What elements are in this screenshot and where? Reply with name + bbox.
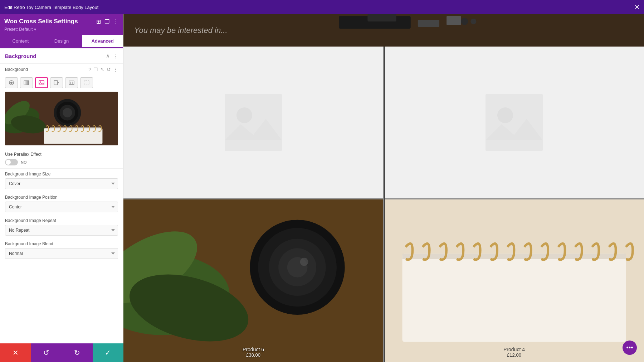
- svg-rect-20: [50, 127, 101, 129]
- tab-design[interactable]: Design: [41, 35, 82, 48]
- background-label: Background: [5, 67, 28, 72]
- product-placeholder-2: [384, 47, 644, 198]
- image-preview-inner: [5, 92, 118, 145]
- svg-rect-5: [54, 81, 58, 85]
- svg-rect-28: [225, 94, 282, 151]
- parallax-label: Use Parallax Effect: [5, 152, 118, 157]
- responsive-icon[interactable]: ❐: [104, 18, 109, 25]
- copy-icon[interactable]: ⊞: [96, 18, 101, 25]
- svg-rect-30: [486, 94, 543, 151]
- svg-rect-9: [72, 82, 73, 84]
- image-size-control: Background Image Size Cover Contain Auto: [0, 169, 123, 192]
- product-card-1: [123, 47, 383, 198]
- image-position-select[interactable]: Center Top Left Top Center Top Right Cen…: [5, 202, 118, 212]
- widget-title: Woo Cross Sells Settings: [4, 18, 78, 25]
- product-4-name: Product 4: [503, 347, 525, 352]
- svg-rect-19: [44, 128, 102, 144]
- image-repeat-label: Background Image Repeat: [5, 218, 118, 223]
- sidebar-content: Background ∧ ⋮ Background ? ☐ ↖ ↺ ⋮: [0, 48, 123, 362]
- svg-rect-43: [402, 254, 626, 342]
- toggle-label: NO: [21, 160, 27, 164]
- svg-point-41: [300, 257, 308, 266]
- background-control-icons: ? ☐ ↖ ↺ ⋮: [88, 67, 118, 72]
- more-icon[interactable]: ⋮: [113, 67, 118, 72]
- image-size-label: Background Image Size: [5, 172, 118, 177]
- svg-rect-3: [39, 81, 44, 85]
- floating-dots-button[interactable]: •••: [623, 341, 637, 355]
- parallax-control: Use Parallax Effect NO: [0, 149, 123, 168]
- bg-type-slideshow[interactable]: [65, 77, 78, 88]
- bottom-bar: ✕ ↺ ↻ ✓: [0, 343, 123, 362]
- product-card-2: [384, 47, 644, 198]
- image-position-control: Background Image Position Center Top Lef…: [0, 192, 123, 215]
- main-canvas: You may be interested in...: [123, 14, 644, 362]
- preset-selector[interactable]: Preset: Default ▾: [4, 27, 36, 32]
- bg-type-color[interactable]: [5, 77, 18, 88]
- title-bar: Edit Retro Toy Camera Template Body Layo…: [0, 0, 644, 14]
- section-title: Background: [5, 53, 36, 59]
- svg-rect-24: [418, 20, 439, 27]
- image-size-select[interactable]: Cover Contain Auto: [5, 178, 118, 189]
- save-button[interactable]: ✓: [93, 343, 123, 362]
- more-options-icon[interactable]: ⋮: [113, 18, 119, 25]
- tabs-bar: Content Design Advanced: [0, 35, 123, 48]
- canvas-header: You may be interested in...: [123, 14, 644, 47]
- image-blend-control: Background Image Blend Normal Multiply S…: [0, 238, 123, 262]
- svg-marker-6: [58, 82, 59, 84]
- svg-point-31: [497, 107, 513, 123]
- image-blend-label: Background Image Blend: [5, 241, 118, 246]
- image-position-label: Background Image Position: [5, 195, 118, 200]
- section-more-icon[interactable]: ⋮: [113, 53, 118, 59]
- redo-button[interactable]: ↻: [62, 343, 93, 362]
- svg-point-29: [236, 107, 252, 123]
- section-collapse-icon[interactable]: ∧: [106, 53, 110, 59]
- close-button[interactable]: ✕: [634, 4, 640, 10]
- parallax-toggle[interactable]: [5, 159, 18, 165]
- toggle-knob: [6, 160, 11, 165]
- image-repeat-select[interactable]: No Repeat Repeat Repeat X Repeat Y: [5, 225, 118, 236]
- widget-title-icons: ⊞ ❐ ⋮: [96, 18, 119, 25]
- cancel-button[interactable]: ✕: [0, 343, 31, 362]
- svg-point-18: [63, 108, 72, 117]
- product-card-4: Product 4 £12.00: [384, 199, 644, 362]
- bg-type-image[interactable]: [35, 77, 48, 88]
- background-section-header: Background ∧ ⋮: [0, 48, 123, 64]
- reset-icon[interactable]: ↺: [107, 67, 111, 72]
- canvas-divider: [384, 47, 385, 362]
- pointer-icon[interactable]: ↖: [100, 67, 104, 72]
- sidebar: Woo Cross Sells Settings ⊞ ❐ ⋮ Preset: D…: [0, 14, 123, 362]
- background-type-row: [0, 75, 123, 92]
- section-header-icons: ∧ ⋮: [106, 53, 118, 59]
- product-4-price: £12.00: [507, 352, 521, 358]
- svg-point-27: [470, 19, 476, 24]
- image-preview[interactable]: [5, 92, 118, 145]
- svg-point-1: [10, 82, 13, 84]
- widget-header: Woo Cross Sells Settings ⊞ ❐ ⋮ Preset: D…: [0, 14, 123, 35]
- svg-rect-23: [367, 14, 396, 21]
- canvas-header-text: You may be interested in...: [123, 26, 228, 35]
- device-icon[interactable]: ☐: [93, 67, 98, 72]
- undo-button[interactable]: ↺: [31, 343, 62, 362]
- svg-rect-8: [70, 82, 71, 84]
- tab-content[interactable]: Content: [0, 35, 41, 48]
- product-3-name: Product 6: [243, 347, 264, 352]
- help-icon[interactable]: ?: [88, 67, 91, 72]
- product-3-price: £38.00: [246, 352, 260, 358]
- svg-point-26: [461, 18, 468, 25]
- image-blend-select[interactable]: Normal Multiply Screen Overlay Darken Li…: [5, 248, 118, 259]
- svg-rect-10: [84, 81, 89, 85]
- product-card-3: Product 6 £38.00: [123, 199, 383, 362]
- bg-type-hover[interactable]: [80, 77, 93, 88]
- svg-rect-25: [447, 16, 461, 25]
- bg-type-gradient[interactable]: [20, 77, 33, 88]
- tab-advanced[interactable]: Advanced: [82, 35, 123, 48]
- image-repeat-control: Background Image Repeat No Repeat Repeat…: [0, 215, 123, 238]
- background-control-row: Background ? ☐ ↖ ↺ ⋮: [0, 64, 123, 75]
- bg-type-video[interactable]: [50, 77, 63, 88]
- product-placeholder-1: [123, 47, 383, 198]
- title-bar-text: Edit Retro Toy Camera Template Body Layo…: [4, 5, 634, 10]
- svg-rect-2: [24, 81, 29, 85]
